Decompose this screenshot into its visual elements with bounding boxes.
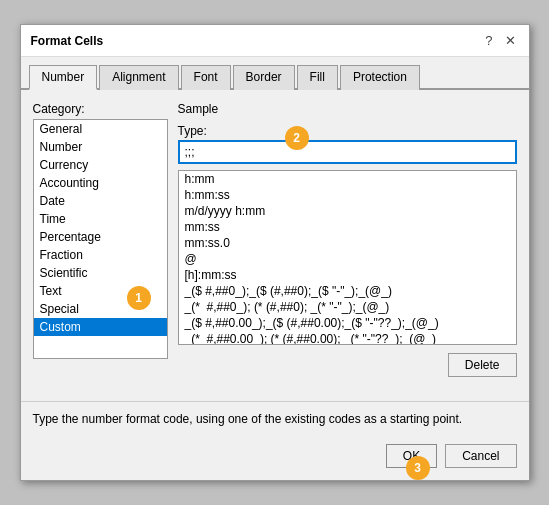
tab-border[interactable]: Border: [233, 65, 295, 90]
format-at[interactable]: @: [179, 251, 516, 267]
format-list[interactable]: h:mm h:mm:ss m/d/yyyy h:mm mm:ss mm:ss.0…: [178, 170, 517, 345]
category-currency[interactable]: Currency: [34, 156, 167, 174]
title-bar-controls: ? ✕: [482, 33, 518, 48]
badge-3: 3: [406, 456, 430, 480]
dialog-title: Format Cells: [31, 34, 104, 48]
sample-label: Sample: [178, 102, 219, 116]
category-list[interactable]: General Number Currency Accounting Date …: [33, 119, 168, 359]
category-general[interactable]: General: [34, 120, 167, 138]
category-time[interactable]: Time: [34, 210, 167, 228]
tabs-bar: Number Alignment Font Border Fill Protec…: [21, 57, 529, 90]
bottom-buttons: OK Cancel: [21, 436, 529, 480]
category-label: Category:: [33, 102, 168, 116]
description-area: Type the number format code, using one o…: [21, 401, 529, 436]
badge-1: 1: [127, 286, 151, 310]
category-accounting[interactable]: Accounting: [34, 174, 167, 192]
title-bar: Format Cells ? ✕: [21, 25, 529, 57]
description-text: Type the number format code, using one o…: [33, 412, 463, 426]
tab-alignment[interactable]: Alignment: [99, 65, 178, 90]
format-accounting-4[interactable]: _(* #,##0.00_); (* (#,##0.00); _(* "-"??…: [179, 331, 516, 345]
tab-font[interactable]: Font: [181, 65, 231, 90]
format-mmss0[interactable]: mm:ss.0: [179, 235, 516, 251]
category-fraction[interactable]: Fraction: [34, 246, 167, 264]
format-mmss[interactable]: mm:ss: [179, 219, 516, 235]
format-hmm[interactable]: h:mm: [179, 171, 516, 187]
format-cells-dialog: Format Cells ? ✕ Number Alignment Font B…: [20, 24, 530, 481]
delete-row: Delete: [178, 353, 517, 377]
tab-number[interactable]: Number: [29, 65, 98, 90]
cancel-button[interactable]: Cancel: [445, 444, 516, 468]
tab-protection[interactable]: Protection: [340, 65, 420, 90]
format-h-mmss[interactable]: [h]:mm:ss: [179, 267, 516, 283]
category-panel: Category: General Number Currency Accoun…: [33, 102, 168, 385]
type-input[interactable]: [178, 140, 517, 164]
category-scientific[interactable]: Scientific: [34, 264, 167, 282]
sample-section: Sample: [178, 102, 517, 116]
category-number[interactable]: Number: [34, 138, 167, 156]
format-accounting-1[interactable]: _($ #,##0_);_($ (#,##0);_($ "-"_);_(@_): [179, 283, 516, 299]
delete-button[interactable]: Delete: [448, 353, 517, 377]
category-percentage[interactable]: Percentage: [34, 228, 167, 246]
tab-content: Category: General Number Currency Accoun…: [21, 90, 529, 397]
format-accounting-3[interactable]: _($ #,##0.00_);_($ (#,##0.00);_($ "-"??_…: [179, 315, 516, 331]
main-area: Category: General Number Currency Accoun…: [33, 102, 517, 385]
close-button[interactable]: ✕: [502, 33, 519, 48]
right-panel: Sample Type: h:mm h:mm:ss m/d/yyyy h:mm …: [178, 102, 517, 385]
type-section: Type:: [178, 124, 517, 164]
format-hmmss[interactable]: h:mm:ss: [179, 187, 516, 203]
type-label: Type:: [178, 124, 517, 138]
category-custom[interactable]: Custom: [34, 318, 167, 336]
help-button[interactable]: ?: [482, 33, 495, 48]
format-mdyyyy-hmm[interactable]: m/d/yyyy h:mm: [179, 203, 516, 219]
badge-2: 2: [285, 126, 309, 150]
format-accounting-2[interactable]: _(* #,##0_); (* (#,##0); _(* "-"_);_(@_): [179, 299, 516, 315]
category-date[interactable]: Date: [34, 192, 167, 210]
tab-fill[interactable]: Fill: [297, 65, 338, 90]
